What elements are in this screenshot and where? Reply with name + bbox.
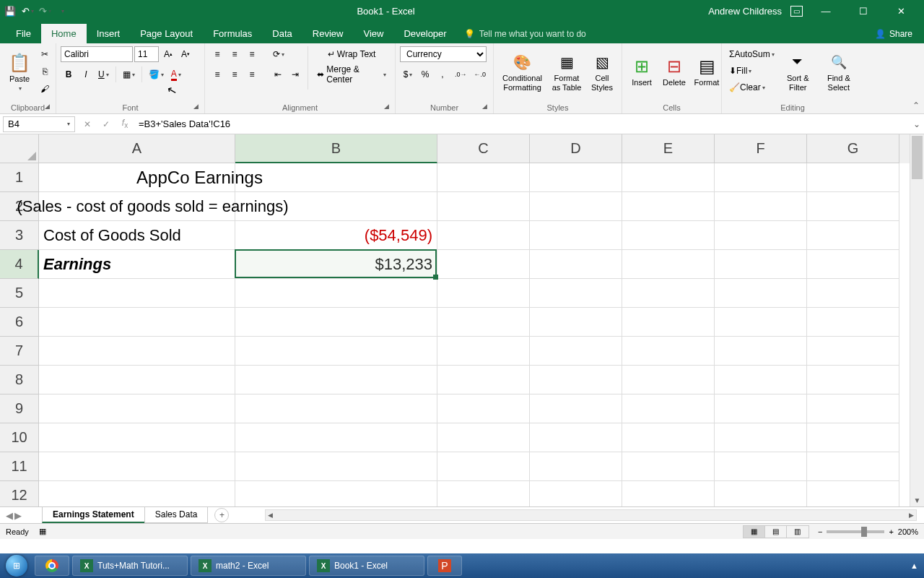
new-sheet-button[interactable]: + [214, 508, 229, 522]
paste-button[interactable]: 📋 Paste ▾ [4, 46, 35, 98]
cell-F1[interactable] [715, 163, 807, 192]
cell-C6[interactable] [437, 308, 530, 337]
cell-D2[interactable] [530, 192, 622, 221]
cell-E11[interactable] [622, 452, 715, 481]
align-right-button[interactable]: ≡ [244, 66, 260, 82]
name-box[interactable]: B4 ▾ [3, 116, 75, 132]
column-header-B[interactable]: B [235, 134, 437, 163]
taskbar-item[interactable]: XTuts+Math Tutori... [72, 556, 188, 576]
tab-home[interactable]: Home [41, 24, 87, 43]
cell-G2[interactable] [807, 192, 899, 221]
cell-F8[interactable] [715, 366, 807, 394]
cell-A7[interactable] [39, 337, 235, 366]
expand-formula-bar-button[interactable]: ⌄ [910, 119, 924, 129]
cell-A11[interactable] [39, 452, 235, 481]
cell-C8[interactable] [437, 366, 530, 394]
row-header-6[interactable]: 6 [0, 308, 39, 337]
page-break-view-button[interactable]: ▥ [787, 526, 808, 538]
select-all-button[interactable] [0, 134, 39, 163]
vertical-scrollbar[interactable]: ▲ ▼ [910, 134, 924, 506]
cell-D10[interactable] [530, 423, 622, 452]
cell-F10[interactable] [715, 423, 807, 452]
tab-data[interactable]: Data [262, 24, 302, 43]
column-header-D[interactable]: D [530, 134, 622, 163]
delete-cells-button[interactable]: ⊟ Delete [659, 46, 689, 98]
cell-A9[interactable] [39, 394, 235, 423]
format-cells-button[interactable]: ▤ Format [692, 46, 722, 98]
cell-E5[interactable] [622, 279, 715, 308]
cell-A8[interactable] [39, 366, 235, 394]
column-header-E[interactable]: E [622, 134, 715, 163]
cell-B9[interactable] [235, 394, 437, 423]
orientation-button[interactable]: ⟳▾ [270, 46, 287, 62]
column-header-C[interactable]: C [437, 134, 530, 163]
cell-E3[interactable] [622, 221, 715, 250]
row-header-10[interactable]: 10 [0, 423, 39, 452]
cell-B4[interactable]: $13,233 [235, 250, 437, 279]
format-painter-button[interactable]: 🖌 [37, 81, 53, 97]
align-center-button[interactable]: ≡ [227, 66, 243, 82]
borders-button[interactable]: ▦▾ [120, 66, 138, 82]
number-format-combo[interactable]: Currency [400, 46, 487, 62]
increase-font-button[interactable]: A▴ [160, 46, 176, 62]
row-header-3[interactable]: 3 [0, 221, 39, 250]
sheet-nav-prev[interactable]: ◀ [6, 510, 13, 521]
cell-E4[interactable] [622, 250, 715, 279]
decrease-font-button[interactable]: A▾ [178, 46, 193, 62]
minimize-button[interactable]: — [811, 0, 840, 22]
sheet-tab-sales-data[interactable]: Sales Data [144, 507, 209, 523]
sort-filter-button[interactable]: ⏷ Sort & Filter [780, 46, 816, 98]
row-header-4[interactable]: 4 [0, 250, 39, 279]
row-header-7[interactable]: 7 [0, 337, 39, 366]
cell-G9[interactable] [807, 394, 899, 423]
cell-D9[interactable] [530, 394, 622, 423]
cell-F7[interactable] [715, 337, 807, 366]
tell-me-search[interactable]: 💡 Tell me what you want to do [457, 25, 863, 43]
taskbar-item[interactable]: Xmath2 - Excel [191, 556, 306, 576]
clear-button[interactable]: 🧹 Clear▾ [726, 79, 777, 95]
comma-format-button[interactable]: , [435, 66, 450, 82]
cell-styles-button[interactable]: ▧ Cell Styles [587, 46, 617, 98]
taskbar-chrome[interactable] [35, 556, 69, 576]
cell-E9[interactable] [622, 394, 715, 423]
taskbar-item[interactable]: P [427, 556, 462, 576]
cell-A2[interactable]: (Sales - cost of goods sold = earnings) [39, 192, 235, 221]
cell-A5[interactable] [39, 279, 235, 308]
cell-F9[interactable] [715, 394, 807, 423]
cell-A10[interactable] [39, 423, 235, 452]
tab-page-layout[interactable]: Page Layout [130, 24, 203, 43]
cell-C10[interactable] [437, 423, 530, 452]
align-left-button[interactable]: ≡ [209, 66, 225, 82]
cell-C5[interactable] [437, 279, 530, 308]
cell-A12[interactable] [39, 481, 235, 506]
sheet-tab-earnings-statement[interactable]: Earnings Statement [42, 507, 145, 523]
cell-A4[interactable]: Earnings [39, 250, 235, 279]
cell-C9[interactable] [437, 394, 530, 423]
tab-view[interactable]: View [353, 24, 393, 43]
conditional-formatting-button[interactable]: 🎨 Conditional Formatting [498, 46, 546, 98]
cell-D11[interactable] [530, 452, 622, 481]
copy-button[interactable]: ⎘ [37, 64, 53, 79]
cell-D5[interactable] [530, 279, 622, 308]
cut-button[interactable]: ✂ [37, 46, 53, 62]
tab-file[interactable]: File [6, 24, 41, 43]
wrap-text-button[interactable]: ↵ Wrap Text [313, 46, 391, 62]
row-header-1[interactable]: 1 [0, 163, 39, 192]
increase-decimal-button[interactable]: .0→ [452, 66, 470, 82]
cell-B7[interactable] [235, 337, 437, 366]
cell-C3[interactable] [437, 221, 530, 250]
cell-G1[interactable] [807, 163, 899, 192]
cell-A3[interactable]: Cost of Goods Sold [39, 221, 235, 250]
maximize-button[interactable]: ☐ [849, 0, 878, 22]
user-name[interactable]: Andrew Childress [708, 6, 782, 17]
scroll-down-button[interactable]: ▼ [910, 493, 924, 506]
taskbar-item[interactable]: XBook1 - Excel [309, 556, 424, 576]
cell-A6[interactable] [39, 308, 235, 337]
cell-D8[interactable] [530, 366, 622, 394]
zoom-out-button[interactable]: − [818, 527, 822, 536]
row-header-11[interactable]: 11 [0, 452, 39, 481]
cell-D3[interactable] [530, 221, 622, 250]
cell-F4[interactable] [715, 250, 807, 279]
zoom-slider[interactable] [827, 530, 884, 533]
font-dialog-launcher[interactable]: ◢ [193, 103, 202, 111]
